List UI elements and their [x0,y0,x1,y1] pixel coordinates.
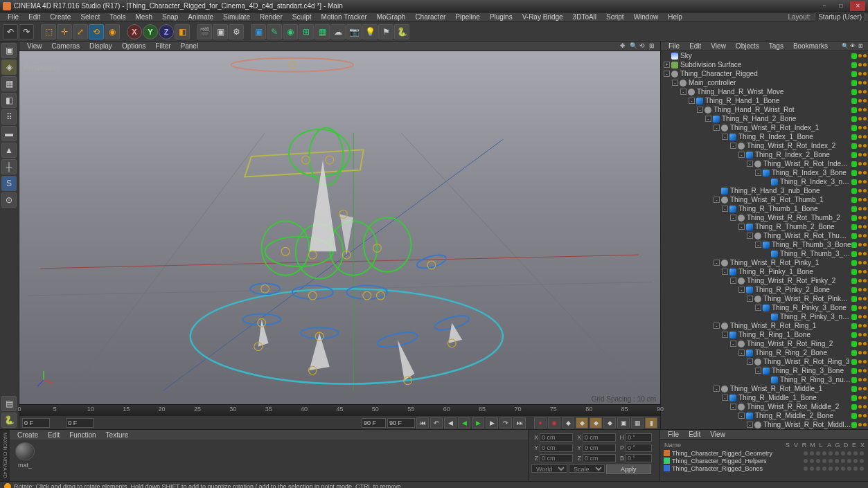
om-expand-toggle[interactable]: + [664,62,670,68]
select-tool[interactable]: ⬚ [41,24,56,39]
om-object-row[interactable]: -Thing_Wrist_R_Rot_Thumb_2 [661,213,868,222]
om-visibility-tag[interactable] [851,269,857,275]
om-object-name[interactable]: Main_controller [689,79,851,87]
om-expand-toggle[interactable]: - [747,422,753,428]
viewport-zoom-icon[interactable]: 🔍 [630,42,638,51]
om-visibility-tag[interactable] [851,197,857,203]
om-object-name[interactable]: Thing_Wrist_R_Rot_Middle_3 [763,421,851,428]
pen-tool-button[interactable]: ✎ [267,24,282,39]
om-editor-dot[interactable] [858,144,862,147]
close-button[interactable]: ✕ [850,1,865,11]
om-render-dot[interactable] [863,198,867,201]
om-visibility-tag[interactable] [851,242,857,248]
timeline-marker-button[interactable]: ▮ [645,417,657,428]
coord-sy-field[interactable] [583,444,616,452]
om-expand-toggle[interactable]: - [730,278,736,284]
subdiv-button[interactable]: ◉ [283,24,298,39]
om-expand-toggle[interactable]: - [714,125,720,131]
layer-toggle-icon[interactable] [847,451,851,455]
om-visibility-tag[interactable] [851,377,857,383]
om-object-row[interactable]: -Thing_Wrist_R_Rot_Ring_2 [661,339,868,348]
next-key-button[interactable]: ↷ [499,417,512,428]
layer-toggle-icon[interactable] [829,459,833,463]
om-visibility-tag[interactable] [851,233,857,239]
om-visibility-tag[interactable] [851,251,857,257]
layer-name[interactable]: Thing_Character_Rigged_Geometry [672,450,804,457]
om-expand-toggle[interactable]: - [714,260,720,266]
om-expand-toggle[interactable]: - [689,98,695,104]
om-editor-dot[interactable] [858,81,862,84]
menu-create[interactable]: Create [45,13,76,21]
om-expand-toggle[interactable]: - [730,341,736,347]
om-object-row[interactable]: -Thing_Wrist_R_Rot_Ring_3 [661,357,868,366]
om-object-name[interactable]: Thing_R_Ring_3_Bone [772,367,851,374]
maximize-button[interactable]: □ [833,1,849,11]
coord-system-button[interactable]: ◧ [175,24,190,39]
om-object-row[interactable]: -Thing_Wrist_R_Rot_Pinky_1 [661,258,868,267]
om-render-dot[interactable] [863,99,867,102]
viewport-menu-view[interactable]: View [22,42,47,50]
menu-tools[interactable]: Tools [105,13,130,21]
om-object-name[interactable]: Thing_Wrist_R_Rot_Ring_2 [747,340,851,347]
om-object-name[interactable]: Thing_R_Thumb_3_nub_Bone [780,250,851,257]
om-object-row[interactable]: -Thing_Wrist_R_Rot_Thumb_3 [661,231,868,240]
layer-name[interactable]: Thing_Character_Rigged_Helpers [672,458,804,464]
om-render-dot[interactable] [863,153,867,156]
om-render-dot[interactable] [863,261,867,264]
om-expand-toggle[interactable]: - [738,152,745,158]
om-visibility-tag[interactable] [851,323,857,329]
om-object-name[interactable]: Thing_R_Pinky_3_Bone [772,304,851,311]
rotate-tool[interactable]: ⟲ [89,24,104,39]
om-render-dot[interactable] [863,234,867,237]
om-object-name[interactable]: Thing_Wrist_R_Rot_Pinky_2 [747,277,851,284]
om-expand-toggle[interactable]: - [730,404,736,410]
om-editor-dot[interactable] [858,72,862,75]
coord-apply-button[interactable]: Apply [606,464,651,474]
key-param-button[interactable]: ◆ [603,417,616,428]
om-expand-toggle[interactable]: - [738,413,745,419]
om-object-row[interactable]: Thing_R_Index_3_nub_Bone [661,177,868,186]
om-render-dot[interactable] [863,90,867,93]
make-editable-tool[interactable]: ▣ [1,43,17,58]
om-object-row[interactable]: -Thing_Wrist_R_Rot_Index_1 [661,123,868,132]
layer-toggle-icon[interactable] [853,451,858,455]
om-render-dot[interactable] [863,297,867,300]
om-editor-dot[interactable] [858,225,862,228]
om-object-name[interactable]: Thing_R_Thumb_1_Bone [738,205,851,213]
layer-toggle-icon[interactable] [816,459,820,463]
om-editor-dot[interactable] [858,90,862,93]
om-render-dot[interactable] [863,396,867,399]
om-visibility-tag[interactable] [851,260,857,266]
om-editor-dot[interactable] [858,324,862,327]
om-render-dot[interactable] [863,387,867,390]
om-visibility-tag[interactable] [851,134,857,140]
om-render-dot[interactable] [863,54,867,57]
timeline-ruler[interactable]: 051015202530354045505560657075808590 [19,404,660,415]
layer-toggle-icon[interactable] [841,459,845,463]
layer-toggle-icon[interactable] [853,459,858,463]
layout-selector[interactable]: Startup (User) [815,12,865,21]
om-render-dot[interactable] [863,423,867,426]
key-scale-button[interactable]: ◆ [576,417,588,428]
viewport-layout-icon[interactable]: ⊞ [649,42,657,51]
menu-pipeline[interactable]: Pipeline [450,13,485,21]
om-editor-dot[interactable] [858,153,862,156]
om-expand-toggle[interactable]: - [697,107,703,113]
om-render-dot[interactable] [863,252,867,255]
om-object-name[interactable]: Thing_Wrist_R_Rot_Index_3 [763,160,851,168]
om-object-row[interactable]: -Thing_Wrist_R_Rot_Pinky_3 [661,294,868,303]
layer-toggle-icon[interactable] [804,451,808,455]
om-editor-dot[interactable] [858,117,862,120]
om-object-name[interactable]: Thing_R_Ring_1_Bone [738,331,851,338]
om-editor-dot[interactable] [858,171,862,174]
om-visibility-tag[interactable] [851,332,857,338]
om-visibility-tag[interactable] [851,71,857,77]
menu-edit[interactable]: Edit [24,13,45,21]
om-object-name[interactable]: Thing_R_Thumb_3_Bone [772,241,851,248]
om-object-name[interactable]: Thing_R_Hand_2_Bone [722,115,851,123]
om-object-name[interactable]: Thing_Hand_R_Wrist_Move [697,88,851,96]
om-editor-dot[interactable] [858,288,862,291]
om-expand-toggle[interactable]: - [755,242,761,248]
om-object-row[interactable]: -Thing_Wrist_R_Rot_Index_3 [661,159,868,168]
coord-z-field[interactable] [540,454,573,462]
